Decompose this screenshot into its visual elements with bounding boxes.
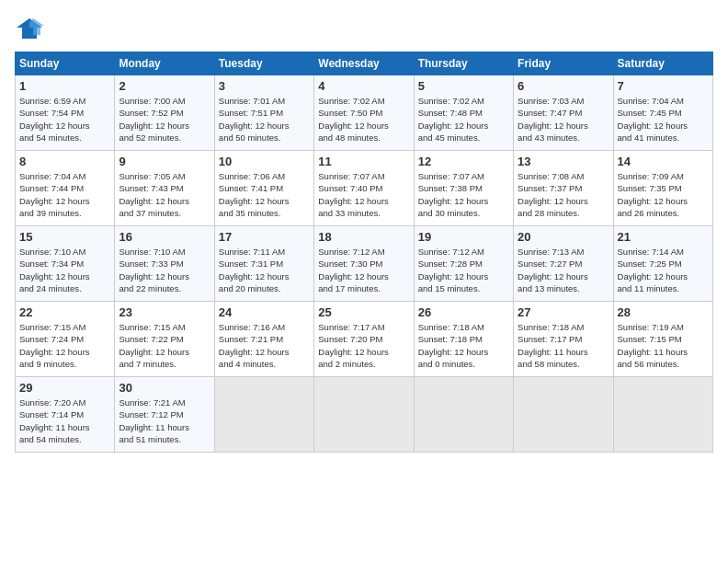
day-number: 17 [219, 230, 310, 244]
day-number: 14 [618, 155, 709, 168]
calendar-cell: 13Sunrise: 7:08 AM Sunset: 7:37 PM Dayli… [514, 151, 613, 226]
day-number: 13 [518, 155, 609, 168]
day-number: 23 [119, 305, 210, 319]
day-number: 20 [518, 230, 609, 244]
calendar-week-row: 29Sunrise: 7:20 AM Sunset: 7:14 PM Dayli… [16, 377, 713, 453]
header-sunday: Sunday [16, 52, 115, 75]
cell-info: Sunrise: 7:01 AM Sunset: 7:51 PM Dayligh… [219, 95, 310, 144]
calendar-cell: 18Sunrise: 7:12 AM Sunset: 7:30 PM Dayli… [314, 226, 414, 302]
day-number: 26 [418, 305, 509, 319]
cell-info: Sunrise: 7:10 AM Sunset: 7:34 PM Dayligh… [19, 246, 110, 294]
day-number: 28 [618, 305, 709, 319]
calendar-cell: 11Sunrise: 7:07 AM Sunset: 7:40 PM Dayli… [314, 151, 414, 226]
day-number: 6 [518, 79, 609, 93]
cell-info: Sunrise: 7:10 AM Sunset: 7:33 PM Dayligh… [119, 246, 210, 294]
day-number: 24 [219, 305, 310, 319]
cell-info: Sunrise: 7:16 AM Sunset: 7:21 PM Dayligh… [219, 321, 310, 370]
cell-info: Sunrise: 7:20 AM Sunset: 7:14 PM Dayligh… [19, 396, 110, 445]
cell-info: Sunrise: 7:04 AM Sunset: 7:45 PM Dayligh… [618, 95, 709, 144]
cell-info: Sunrise: 7:03 AM Sunset: 7:47 PM Dayligh… [518, 95, 609, 144]
calendar-cell: 29Sunrise: 7:20 AM Sunset: 7:14 PM Dayli… [16, 377, 115, 453]
calendar-cell: 23Sunrise: 7:15 AM Sunset: 7:22 PM Dayli… [115, 302, 214, 377]
calendar-cell: 2Sunrise: 7:00 AM Sunset: 7:52 PM Daylig… [115, 75, 214, 151]
day-number: 4 [318, 79, 409, 93]
cell-info: Sunrise: 6:59 AM Sunset: 7:54 PM Dayligh… [19, 95, 110, 144]
day-number: 9 [119, 155, 210, 168]
cell-info: Sunrise: 7:15 AM Sunset: 7:24 PM Dayligh… [19, 321, 110, 370]
calendar-week-row: 15Sunrise: 7:10 AM Sunset: 7:34 PM Dayli… [16, 226, 713, 302]
header-thursday: Thursday [414, 52, 513, 75]
calendar-cell: 27Sunrise: 7:18 AM Sunset: 7:17 PM Dayli… [514, 302, 613, 377]
day-number: 22 [19, 305, 110, 319]
cell-info: Sunrise: 7:13 AM Sunset: 7:27 PM Dayligh… [518, 246, 609, 294]
header-friday: Friday [514, 52, 613, 75]
cell-info: Sunrise: 7:02 AM Sunset: 7:50 PM Dayligh… [318, 95, 409, 144]
calendar-cell [514, 377, 613, 453]
day-number: 1 [19, 79, 110, 93]
day-number: 3 [219, 79, 310, 93]
calendar-cell [214, 377, 313, 453]
day-number: 18 [318, 230, 409, 244]
calendar-table: SundayMondayTuesdayWednesdayThursdayFrid… [15, 52, 713, 453]
logo-icon [15, 15, 44, 40]
calendar-week-row: 1Sunrise: 6:59 AM Sunset: 7:54 PM Daylig… [16, 75, 713, 151]
header-monday: Monday [115, 52, 214, 75]
calendar-cell: 10Sunrise: 7:06 AM Sunset: 7:41 PM Dayli… [214, 151, 313, 226]
page-header [15, 15, 713, 40]
day-number: 15 [19, 230, 110, 244]
cell-info: Sunrise: 7:15 AM Sunset: 7:22 PM Dayligh… [119, 321, 210, 370]
day-number: 30 [119, 381, 210, 395]
cell-info: Sunrise: 7:17 AM Sunset: 7:20 PM Dayligh… [318, 321, 409, 370]
calendar-cell: 21Sunrise: 7:14 AM Sunset: 7:25 PM Dayli… [613, 226, 712, 302]
calendar-cell: 3Sunrise: 7:01 AM Sunset: 7:51 PM Daylig… [214, 75, 313, 151]
calendar-cell: 22Sunrise: 7:15 AM Sunset: 7:24 PM Dayli… [16, 302, 115, 377]
calendar-cell: 24Sunrise: 7:16 AM Sunset: 7:21 PM Dayli… [214, 302, 313, 377]
calendar-week-row: 8Sunrise: 7:04 AM Sunset: 7:44 PM Daylig… [16, 151, 713, 226]
day-number: 7 [618, 79, 709, 93]
day-number: 16 [119, 230, 210, 244]
calendar-header-row: SundayMondayTuesdayWednesdayThursdayFrid… [16, 52, 713, 75]
cell-info: Sunrise: 7:06 AM Sunset: 7:41 PM Dayligh… [219, 170, 310, 219]
cell-info: Sunrise: 7:07 AM Sunset: 7:40 PM Dayligh… [318, 170, 409, 219]
calendar-cell: 5Sunrise: 7:02 AM Sunset: 7:48 PM Daylig… [414, 75, 513, 151]
cell-info: Sunrise: 7:11 AM Sunset: 7:31 PM Dayligh… [219, 246, 310, 294]
calendar-cell: 20Sunrise: 7:13 AM Sunset: 7:27 PM Dayli… [514, 226, 613, 302]
day-number: 21 [618, 230, 709, 244]
calendar-cell: 4Sunrise: 7:02 AM Sunset: 7:50 PM Daylig… [314, 75, 414, 151]
cell-info: Sunrise: 7:14 AM Sunset: 7:25 PM Dayligh… [618, 246, 709, 294]
cell-info: Sunrise: 7:12 AM Sunset: 7:28 PM Dayligh… [418, 246, 509, 294]
day-number: 2 [119, 79, 210, 93]
calendar-cell: 25Sunrise: 7:17 AM Sunset: 7:20 PM Dayli… [314, 302, 414, 377]
day-number: 8 [19, 155, 110, 168]
day-number: 12 [418, 155, 509, 168]
calendar-cell [314, 377, 414, 453]
calendar-cell: 16Sunrise: 7:10 AM Sunset: 7:33 PM Dayli… [115, 226, 214, 302]
calendar-cell [613, 377, 712, 453]
cell-info: Sunrise: 7:08 AM Sunset: 7:37 PM Dayligh… [518, 170, 609, 219]
day-number: 10 [219, 155, 310, 168]
day-number: 19 [418, 230, 509, 244]
cell-info: Sunrise: 7:18 AM Sunset: 7:17 PM Dayligh… [518, 321, 609, 370]
calendar-cell: 15Sunrise: 7:10 AM Sunset: 7:34 PM Dayli… [16, 226, 115, 302]
cell-info: Sunrise: 7:02 AM Sunset: 7:48 PM Dayligh… [418, 95, 509, 144]
logo [15, 15, 48, 40]
cell-info: Sunrise: 7:07 AM Sunset: 7:38 PM Dayligh… [418, 170, 509, 219]
calendar-cell: 8Sunrise: 7:04 AM Sunset: 7:44 PM Daylig… [16, 151, 115, 226]
day-number: 5 [418, 79, 509, 93]
cell-info: Sunrise: 7:18 AM Sunset: 7:18 PM Dayligh… [418, 321, 509, 370]
cell-info: Sunrise: 7:00 AM Sunset: 7:52 PM Dayligh… [119, 95, 210, 144]
calendar-cell: 17Sunrise: 7:11 AM Sunset: 7:31 PM Dayli… [214, 226, 313, 302]
cell-info: Sunrise: 7:21 AM Sunset: 7:12 PM Dayligh… [119, 396, 210, 445]
header-saturday: Saturday [613, 52, 712, 75]
calendar-cell: 30Sunrise: 7:21 AM Sunset: 7:12 PM Dayli… [115, 377, 214, 453]
cell-info: Sunrise: 7:19 AM Sunset: 7:15 PM Dayligh… [618, 321, 709, 370]
calendar-cell: 1Sunrise: 6:59 AM Sunset: 7:54 PM Daylig… [16, 75, 115, 151]
calendar-cell: 26Sunrise: 7:18 AM Sunset: 7:18 PM Dayli… [414, 302, 513, 377]
calendar-cell: 6Sunrise: 7:03 AM Sunset: 7:47 PM Daylig… [514, 75, 613, 151]
cell-info: Sunrise: 7:09 AM Sunset: 7:35 PM Dayligh… [618, 170, 709, 219]
calendar-cell: 28Sunrise: 7:19 AM Sunset: 7:15 PM Dayli… [613, 302, 712, 377]
cell-info: Sunrise: 7:04 AM Sunset: 7:44 PM Dayligh… [19, 170, 110, 219]
cell-info: Sunrise: 7:12 AM Sunset: 7:30 PM Dayligh… [318, 246, 409, 294]
calendar-week-row: 22Sunrise: 7:15 AM Sunset: 7:24 PM Dayli… [16, 302, 713, 377]
calendar-cell: 19Sunrise: 7:12 AM Sunset: 7:28 PM Dayli… [414, 226, 513, 302]
